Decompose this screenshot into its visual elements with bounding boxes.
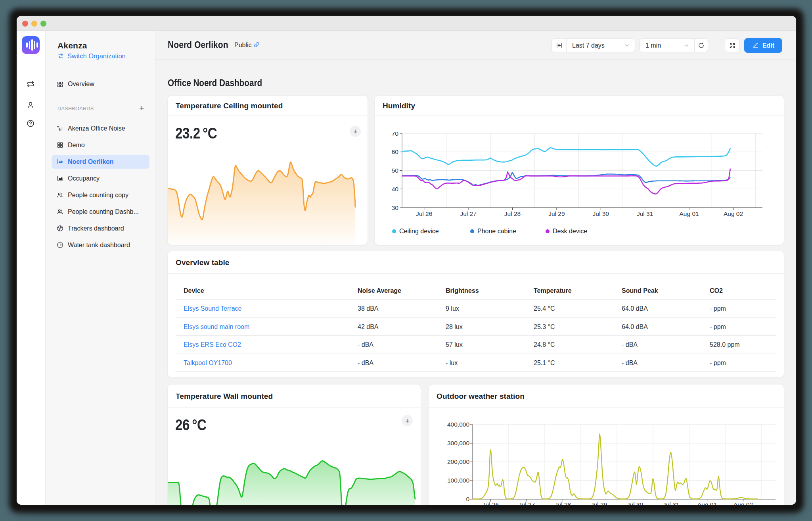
svg-text:Aug 02: Aug 02: [733, 501, 753, 505]
svg-text:30: 30: [392, 204, 399, 211]
svg-text:300,000: 300,000: [447, 440, 469, 446]
svg-text:Jul 30: Jul 30: [627, 501, 643, 505]
svg-text:Jul 26: Jul 26: [416, 210, 432, 217]
svg-text:Jul 28: Jul 28: [555, 501, 571, 505]
svg-text:Jul 27: Jul 27: [460, 210, 476, 217]
svg-text:400,000: 400,000: [447, 421, 469, 428]
svg-text:Jul 27: Jul 27: [519, 501, 535, 505]
svg-text:Jul 30: Jul 30: [593, 210, 609, 217]
svg-text:50: 50: [392, 167, 399, 174]
svg-text:Aug 01: Aug 01: [680, 210, 699, 217]
svg-text:Aug 02: Aug 02: [724, 210, 743, 217]
svg-text:Aug 01: Aug 01: [697, 501, 717, 505]
svg-text:Jul 29: Jul 29: [591, 501, 607, 505]
svg-text:0: 0: [466, 496, 469, 502]
svg-text:40: 40: [392, 186, 399, 192]
svg-text:Jul 26: Jul 26: [483, 501, 499, 505]
svg-text:60: 60: [392, 148, 399, 155]
svg-text:Jul 28: Jul 28: [504, 210, 521, 217]
svg-text:70: 70: [392, 130, 399, 137]
svg-text:200,000: 200,000: [447, 458, 469, 465]
svg-text:Jul 29: Jul 29: [548, 210, 565, 217]
svg-text:Jul 31: Jul 31: [663, 501, 679, 505]
svg-text:100,000: 100,000: [447, 477, 469, 484]
svg-text:Jul 31: Jul 31: [637, 210, 653, 217]
